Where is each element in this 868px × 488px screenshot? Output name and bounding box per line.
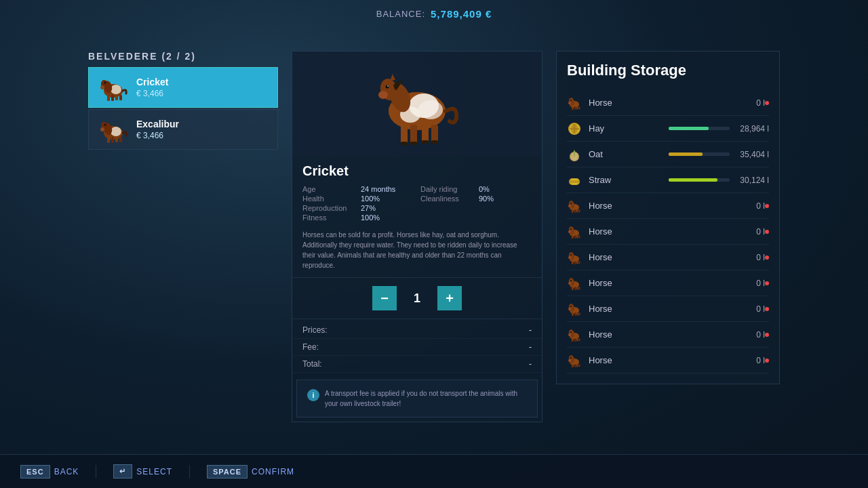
svg-rect-44 bbox=[574, 106, 576, 110]
storage-item-name: Straw bbox=[589, 175, 663, 185]
svg-point-11 bbox=[111, 127, 121, 136]
svg-rect-97 bbox=[576, 312, 578, 316]
svg-rect-43 bbox=[572, 106, 574, 110]
svg-rect-8 bbox=[115, 95, 118, 100]
key-badge[interactable]: SPACE bbox=[207, 465, 248, 479]
dot-indicator bbox=[765, 307, 769, 311]
total-value: - bbox=[529, 359, 532, 369]
storage-item: Hay 28,964 l bbox=[567, 116, 769, 142]
storage-icon bbox=[567, 173, 582, 188]
key-badge[interactable]: ESC bbox=[20, 465, 50, 479]
svg-point-61 bbox=[568, 205, 571, 207]
svg-rect-103 bbox=[572, 338, 574, 342]
fee-label: Fee: bbox=[302, 342, 319, 352]
svg-point-28 bbox=[387, 85, 389, 87]
storage-item-name: Horse bbox=[589, 98, 665, 108]
svg-rect-64 bbox=[574, 209, 576, 213]
storage-amount: 0 l bbox=[731, 227, 765, 237]
svg-point-77 bbox=[568, 256, 571, 259]
storage-item-name: Horse bbox=[589, 252, 665, 262]
svg-rect-31 bbox=[410, 125, 417, 144]
svg-rect-88 bbox=[574, 287, 576, 290]
svg-point-27 bbox=[386, 85, 389, 88]
stat-row-right: Cleanliness90% bbox=[420, 195, 532, 203]
svg-point-94 bbox=[570, 306, 572, 307]
svg-rect-19 bbox=[119, 137, 122, 142]
stat-label: Fitness bbox=[302, 214, 357, 222]
svg-rect-90 bbox=[578, 287, 580, 290]
stat-label: Daily riding bbox=[420, 185, 475, 193]
svg-rect-7 bbox=[111, 95, 114, 101]
storage-icon bbox=[567, 302, 582, 317]
storage-icon bbox=[567, 250, 582, 265]
right-panel: Building Storage Horse 0 l bbox=[556, 51, 780, 384]
storage-bar bbox=[669, 178, 730, 182]
svg-point-102 bbox=[570, 331, 572, 333]
key-badge[interactable]: ↵ bbox=[113, 464, 132, 479]
storage-icon bbox=[567, 147, 582, 162]
stats-grid: Age24 monthsDaily riding0%Health100%Clea… bbox=[292, 182, 542, 227]
animal-item[interactable]: Cricket € 3,466 bbox=[88, 67, 278, 108]
key-label: SELECT bbox=[136, 467, 172, 476]
center-panel: Cricket Age24 monthsDaily riding0%Health… bbox=[292, 51, 542, 422]
total-label: Total: bbox=[302, 359, 322, 369]
balance-value: 5,789,409 € bbox=[431, 8, 492, 20]
quantity-plus-button[interactable]: + bbox=[437, 286, 462, 310]
svg-point-78 bbox=[570, 254, 572, 256]
storage-amount: 0 l bbox=[731, 98, 765, 108]
svg-rect-35 bbox=[410, 142, 417, 145]
svg-rect-17 bbox=[111, 137, 114, 143]
storage-icon bbox=[567, 96, 582, 110]
animal-list: Cricket € 3,466 bbox=[88, 67, 278, 150]
main-content: BALANCE: 5,789,409 € BELVEDERE (2 / 2) bbox=[0, 0, 868, 488]
storage-bar bbox=[669, 127, 730, 130]
svg-point-86 bbox=[570, 280, 572, 281]
storage-item-name: Horse bbox=[589, 329, 665, 340]
stat-value: 100% bbox=[361, 214, 380, 222]
svg-rect-36 bbox=[422, 140, 429, 144]
svg-rect-37 bbox=[431, 140, 438, 144]
animal-item[interactable]: Excalibur € 3,466 bbox=[88, 109, 278, 150]
bottom-bar: ESC BACK ↵ SELECT SPACE CONFIRM bbox=[0, 454, 868, 488]
storage-amount: 0 l bbox=[731, 253, 765, 262]
balance-label: BALANCE: bbox=[376, 9, 425, 19]
animal-price: € 3,466 bbox=[136, 89, 269, 98]
stat-row-right bbox=[420, 204, 532, 212]
svg-rect-16 bbox=[107, 137, 110, 143]
svg-rect-56 bbox=[570, 179, 578, 184]
balance-area: BALANCE: 5,789,409 € bbox=[376, 8, 492, 20]
svg-rect-81 bbox=[576, 261, 578, 264]
stat-value: 24 months bbox=[361, 185, 395, 193]
quantity-value: 1 bbox=[403, 291, 431, 306]
storage-amount: 35,404 l bbox=[735, 150, 769, 159]
animal-icon bbox=[97, 73, 130, 102]
svg-point-1 bbox=[111, 85, 121, 94]
svg-rect-9 bbox=[119, 95, 122, 100]
horse-image bbox=[363, 57, 471, 152]
stat-label: Health bbox=[302, 195, 357, 203]
key-separator bbox=[96, 465, 96, 479]
storage-amount: 0 l bbox=[731, 201, 765, 211]
svg-rect-87 bbox=[572, 287, 574, 290]
svg-rect-96 bbox=[574, 312, 576, 316]
storage-item: Horse 0 l bbox=[567, 219, 769, 245]
storage-icon bbox=[567, 276, 582, 291]
storage-amount: 0 l bbox=[731, 304, 765, 314]
svg-rect-73 bbox=[576, 235, 578, 239]
horse-image-area bbox=[292, 52, 542, 157]
svg-rect-33 bbox=[431, 125, 438, 142]
quantity-minus-button[interactable]: − bbox=[372, 286, 397, 310]
svg-rect-66 bbox=[578, 209, 580, 213]
left-panel: BELVEDERE (2 / 2) Cricket bbox=[88, 51, 278, 150]
storage-amount: 28,964 l bbox=[735, 124, 769, 134]
svg-rect-46 bbox=[578, 106, 580, 110]
prices-row: Prices: - bbox=[292, 322, 542, 339]
svg-point-62 bbox=[570, 203, 572, 204]
dot-indicator bbox=[765, 101, 769, 105]
storage-amount: 0 l bbox=[731, 279, 765, 288]
stat-row-left: Health100% bbox=[302, 195, 414, 203]
storage-item: Horse 0 l bbox=[567, 270, 769, 296]
svg-rect-111 bbox=[572, 364, 574, 367]
svg-point-109 bbox=[568, 359, 571, 362]
svg-rect-82 bbox=[578, 261, 580, 264]
